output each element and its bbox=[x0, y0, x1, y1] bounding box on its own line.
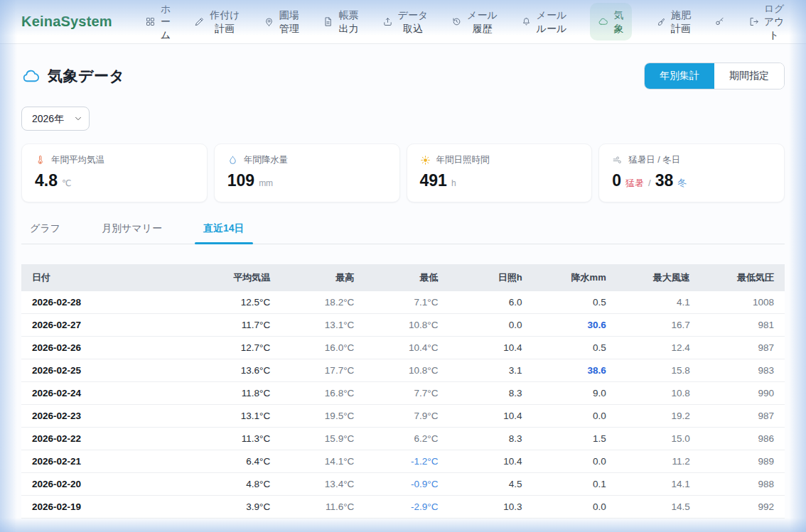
nav-item-field-management[interactable]: 圃場管理 bbox=[264, 9, 300, 35]
card-unit: h bbox=[451, 178, 456, 188]
nav-item-label: 気象 bbox=[613, 9, 624, 35]
cell-press: 992 bbox=[701, 496, 785, 519]
history-icon bbox=[451, 16, 462, 27]
cloud-icon bbox=[598, 16, 608, 27]
card-unit-2: 冬 bbox=[677, 177, 687, 190]
cloud-icon bbox=[21, 67, 41, 86]
cell-press: 987 bbox=[701, 337, 785, 359]
logout-icon bbox=[748, 16, 759, 27]
weather-table: 日付平均気温最高最低日照h降水mm最大風速最低気圧 2026-02-2812.5… bbox=[21, 264, 785, 519]
cell-max: 11.6°C bbox=[281, 496, 365, 519]
cell-press: 987 bbox=[701, 405, 785, 428]
cell-max: 18.2°C bbox=[281, 291, 365, 314]
cell-rain: 9.0 bbox=[533, 382, 617, 405]
cell-press: 1008 bbox=[701, 291, 785, 314]
nav-item-key[interactable] bbox=[714, 16, 725, 27]
cell-min: -2.9°C bbox=[365, 496, 448, 519]
column-header: 日照h bbox=[448, 264, 532, 291]
year-select[interactable]: 2026年 bbox=[21, 107, 90, 131]
cell-min: 7.1°C bbox=[365, 291, 448, 314]
table-header-row: 日付平均気温最高最低日照h降水mm最大風速最低気圧 bbox=[21, 264, 785, 291]
stat-cards: 年間平均気温4.8℃年間降水量109mm年間日照時間491h猛暑日 / 冬日0猛… bbox=[21, 143, 785, 202]
period-select-button[interactable]: 期間指定 bbox=[714, 63, 784, 89]
cell-sun: 10.4 bbox=[448, 405, 532, 428]
cell-date: 2026-02-28 bbox=[21, 291, 197, 314]
nav-item-label: 施肥計画 bbox=[670, 9, 692, 35]
cell-date: 2026-02-26 bbox=[21, 337, 197, 359]
cell-min: 7.7°C bbox=[365, 382, 448, 405]
nav-item-data-import[interactable]: データ取込 bbox=[382, 9, 429, 35]
cell-min: -0.9°C bbox=[365, 473, 448, 496]
grid-icon bbox=[145, 16, 156, 27]
cell-min: 10.8°C bbox=[365, 314, 448, 337]
tab-1[interactable]: グラフ bbox=[21, 222, 69, 244]
sun-icon bbox=[420, 155, 431, 165]
cell-rain: 1.5 bbox=[533, 428, 617, 450]
nav-item-label: メール履歴 bbox=[466, 9, 498, 35]
cell-max: 13.4°C bbox=[281, 473, 365, 496]
nav-item-mail-rules[interactable]: メールルール bbox=[521, 9, 567, 35]
brand-logo[interactable]: KeinaSystem bbox=[21, 13, 112, 30]
nav-item-mail-history[interactable]: メール履歴 bbox=[451, 9, 498, 35]
card-unit: 猛暑 bbox=[625, 177, 644, 190]
cell-max: 17.7°C bbox=[281, 359, 365, 382]
cell-wind: 14.1 bbox=[617, 473, 701, 496]
cell-rain: 30.6 bbox=[533, 314, 617, 337]
card-value: 491 bbox=[420, 171, 447, 190]
nav-item-logout[interactable]: ログアウト bbox=[748, 2, 785, 41]
column-header: 最低気圧 bbox=[701, 264, 785, 291]
card-value: 0 bbox=[612, 171, 621, 190]
card-unit: ℃ bbox=[62, 178, 71, 188]
cell-min: -1.2°C bbox=[365, 450, 448, 473]
wind-icon bbox=[612, 155, 623, 165]
nav-item-fertilizer-plan[interactable]: 施肥計画 bbox=[655, 9, 692, 35]
cell-date: 2026-02-20 bbox=[21, 473, 197, 496]
cell-sun: 10.4 bbox=[448, 450, 532, 473]
cell-sun: 4.5 bbox=[448, 473, 532, 496]
table-row: 2026-02-2812.5°C18.2°C7.1°C6.00.54.11008 bbox=[21, 291, 785, 314]
top-nav: KeinaSystem ホーム作付け計画圃場管理帳票出力データ取込メール履歴メー… bbox=[0, 0, 806, 44]
cell-press: 989 bbox=[701, 450, 785, 473]
nav-item-planting-plan[interactable]: 作付け計画 bbox=[194, 9, 240, 35]
cell-press: 981 bbox=[701, 314, 785, 337]
tab-3[interactable]: 直近14日 bbox=[195, 222, 253, 244]
cell-date: 2026-02-27 bbox=[21, 314, 197, 337]
tab-2[interactable]: 月別サマリー bbox=[93, 222, 171, 244]
card-value: 4.8 bbox=[35, 171, 58, 190]
cell-sun: 8.3 bbox=[448, 428, 532, 450]
nav-item-label: ログアウト bbox=[763, 2, 785, 41]
cell-avg: 6.4°C bbox=[197, 450, 281, 473]
table-row: 2026-02-204.8°C13.4°C-0.9°C4.50.114.1988 bbox=[21, 473, 785, 496]
document-icon bbox=[323, 16, 333, 27]
cell-rain: 0.1 bbox=[533, 473, 617, 496]
cell-sun: 10.4 bbox=[448, 337, 532, 359]
cell-rain: 0.5 bbox=[533, 337, 617, 359]
nav-item-label: 作付け計画 bbox=[209, 9, 240, 35]
stat-card-4: 猛暑日 / 冬日0猛暑/38冬 bbox=[598, 143, 785, 202]
column-header: 最高 bbox=[281, 264, 365, 291]
cell-max: 16.0°C bbox=[281, 337, 365, 359]
column-header: 降水mm bbox=[533, 264, 617, 291]
cell-avg: 4.8°C bbox=[197, 473, 281, 496]
column-header: 日付 bbox=[21, 264, 197, 291]
cell-max: 13.1°C bbox=[281, 314, 365, 337]
nav-item-home[interactable]: ホーム bbox=[145, 2, 171, 41]
cell-sun: 3.1 bbox=[448, 359, 532, 382]
table-row: 2026-02-2711.7°C13.1°C10.8°C0.030.616.79… bbox=[21, 314, 785, 337]
column-header: 最大風速 bbox=[617, 264, 701, 291]
cell-date: 2026-02-19 bbox=[21, 496, 197, 519]
droplet-icon bbox=[227, 155, 238, 165]
cell-avg: 11.8°C bbox=[197, 382, 281, 405]
cell-sun: 8.3 bbox=[448, 382, 532, 405]
card-label: 年間日照時間 bbox=[436, 154, 490, 166]
cell-press: 986 bbox=[701, 428, 785, 450]
nav-item-report-output[interactable]: 帳票出力 bbox=[323, 9, 359, 35]
cell-wind: 15.8 bbox=[617, 359, 701, 382]
cell-date: 2026-02-25 bbox=[21, 359, 197, 382]
nav-item-label: メールルール bbox=[536, 9, 567, 35]
yearly-summary-button[interactable]: 年別集計 bbox=[645, 63, 714, 89]
nav-item-weather[interactable]: 気象 bbox=[590, 3, 632, 40]
card-value: 109 bbox=[227, 171, 254, 190]
cell-press: 990 bbox=[701, 382, 785, 405]
cell-press: 988 bbox=[701, 473, 785, 496]
